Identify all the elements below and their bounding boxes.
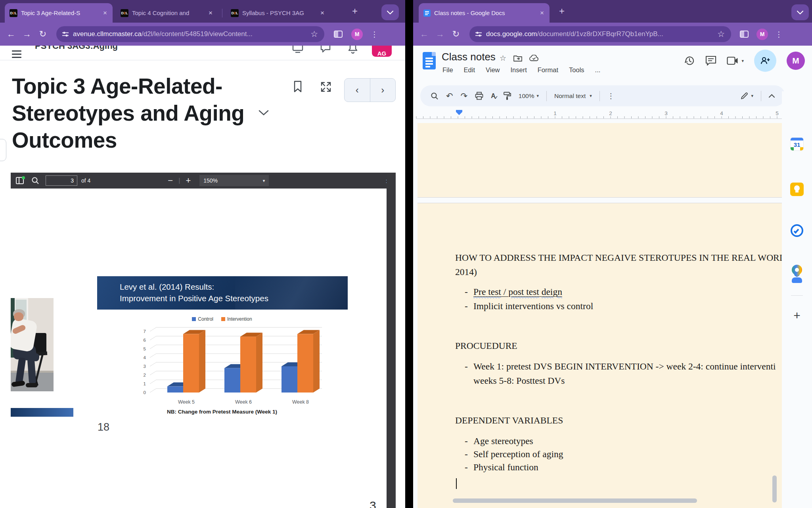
- svg-text:6: 6: [144, 338, 146, 343]
- chevron-down-icon: [797, 11, 803, 14]
- keep-icon[interactable]: [790, 183, 804, 196]
- doc-heading-1[interactable]: HOW TO ADDRESS THE IMPACT NEGAIVE STEROT…: [455, 252, 782, 263]
- browser-menu-icon[interactable]: ⋮: [371, 30, 378, 39]
- google-docs-app: Class notes ☆ File Edit View Insert Form…: [413, 46, 812, 508]
- legend-swatch-intervention: [221, 317, 225, 321]
- side-panel-icon[interactable]: [334, 31, 343, 38]
- pdf-page-count: of 4: [81, 177, 90, 184]
- text-cursor: [456, 478, 457, 489]
- tab-topic4[interactable]: D2L Topic 4 Cognition and ×: [116, 3, 218, 23]
- tab-strip: Class notes - Google Docs × +: [413, 0, 812, 23]
- legend-label: Control: [198, 316, 213, 322]
- doc-heading-1-cont[interactable]: 2014): [455, 267, 477, 277]
- pdf-search-icon[interactable]: [31, 177, 39, 185]
- doc-heading-2[interactable]: PROCUEDURE: [455, 341, 517, 351]
- user-initials-badge[interactable]: AG: [372, 46, 392, 57]
- zoom-out-button[interactable]: −: [168, 175, 173, 186]
- doc-bullet[interactable]: -Physical function: [473, 462, 538, 473]
- address-bar[interactable]: docs.google.com/document/d/1vz8rDXFBqrR7…: [469, 26, 731, 42]
- side-drawer-handle[interactable]: [0, 139, 6, 161]
- tab-close-icon[interactable]: ×: [102, 9, 109, 17]
- svg-text:4: 4: [144, 355, 146, 360]
- tab-close-icon[interactable]: ×: [538, 9, 546, 17]
- tasks-icon[interactable]: [791, 224, 803, 237]
- bell-icon[interactable]: [347, 46, 358, 54]
- tab-search-chevron-button[interactable]: [791, 4, 809, 20]
- doc-bullet[interactable]: -Self perception of aging: [473, 449, 563, 460]
- address-bar[interactable]: avenue.cllmcmaster.ca/d2l/le/content/548…: [56, 26, 324, 42]
- pdf-sidebar-toggle-icon[interactable]: [15, 176, 25, 185]
- new-tab-button[interactable]: +: [559, 7, 565, 15]
- legend-label: Intervention: [227, 316, 252, 322]
- pdf-scrollbar-track[interactable]: [387, 173, 396, 508]
- browser-profile-avatar[interactable]: M: [756, 29, 768, 40]
- slide-title-banner: Levy et al. (2014) Results: Improvement …: [97, 276, 348, 310]
- doc-bullet[interactable]: -Week 1: pretest DVS BEGIN INTERVENTION …: [473, 361, 776, 372]
- hamburger-menu-icon[interactable]: [12, 50, 21, 60]
- tab-syllabus[interactable]: D2L Syllabus - PSYCH 3AG ×: [226, 3, 330, 23]
- pdf-page-number-label: 3: [370, 499, 376, 508]
- tab-close-icon[interactable]: ×: [319, 9, 326, 17]
- bookmark-icon[interactable]: [293, 81, 302, 92]
- svg-text:3: 3: [144, 364, 146, 369]
- slide-photo-senior-exercise: [11, 298, 54, 391]
- maps-icon[interactable]: [792, 265, 802, 275]
- bullet-dash: -: [465, 287, 468, 297]
- back-button[interactable]: ←: [416, 29, 432, 39]
- horizontal-scrollbar-thumb[interactable]: [453, 498, 697, 503]
- doc-bullet-cont[interactable]: weeks 5-8: Posttest DVs: [473, 375, 565, 386]
- legend-swatch-control: [192, 317, 196, 321]
- bookmark-star-icon[interactable]: ☆: [310, 29, 318, 39]
- previous-button[interactable]: ‹: [345, 79, 370, 102]
- svg-text:Week 5: Week 5: [178, 399, 195, 405]
- slide-number: 18: [98, 421, 109, 433]
- tab-class-notes[interactable]: Class notes - Google Docs ×: [419, 3, 550, 23]
- reload-button[interactable]: ↻: [448, 29, 464, 39]
- docs-favicon: [423, 10, 431, 17]
- bookmark-star-icon[interactable]: ☆: [717, 29, 725, 39]
- slide-title-line2: Improvement in Positive Age Stereotypes: [120, 292, 268, 304]
- document-text-layer: HOW TO ADDRESS THE IMPACT NEGAIVE STEROT…: [413, 46, 782, 508]
- new-tab-button[interactable]: +: [352, 7, 358, 15]
- reload-button[interactable]: ↻: [35, 29, 51, 39]
- pdf-page-number-input[interactable]: [46, 175, 77, 186]
- svg-text:5: 5: [144, 346, 146, 351]
- svg-text:7: 7: [144, 329, 146, 334]
- tab-close-icon[interactable]: ×: [207, 9, 214, 17]
- vertical-scrollbar-thumb[interactable]: [772, 475, 777, 502]
- next-button[interactable]: ›: [370, 79, 396, 102]
- add-addon-button[interactable]: +: [793, 309, 801, 322]
- browser-menu-icon[interactable]: ⋮: [775, 30, 783, 39]
- forward-button[interactable]: →: [19, 29, 35, 39]
- d2l-favicon: D2L: [231, 9, 239, 17]
- pdf-zoom-value: 150%: [203, 177, 218, 184]
- browser-profile-avatar[interactable]: M: [351, 29, 363, 40]
- forward-button[interactable]: →: [432, 29, 448, 39]
- pager-buttons: ‹ ›: [344, 78, 396, 102]
- media-icon[interactable]: [292, 46, 304, 54]
- side-panel-icon[interactable]: [740, 31, 749, 38]
- misspelled-word: deign: [542, 287, 562, 297]
- zoom-in-button[interactable]: +: [186, 175, 191, 186]
- doc-bullet[interactable]: -Pre test / post test deign: [473, 287, 562, 297]
- bar-chart-3d: 01234567Week 5Week 6Week 8: [119, 323, 325, 408]
- bullet-dash: -: [465, 301, 468, 312]
- doc-bullet[interactable]: -Age stereotypes: [473, 436, 533, 446]
- doc-heading-3[interactable]: DEPENDENT VARIABLES: [455, 415, 563, 426]
- fullscreen-icon[interactable]: [320, 81, 331, 92]
- title-dropdown-chevron-icon[interactable]: [259, 110, 269, 115]
- page-title-line2: Stereotypes and Aging: [12, 100, 244, 127]
- tab-search-chevron-button[interactable]: [381, 4, 399, 20]
- account-avatar[interactable]: M: [787, 52, 805, 70]
- course-title[interactable]: PSYCH 3AG3:Aging: [35, 46, 118, 51]
- tab-topic3[interactable]: D2L Topic 3 Age-Related-S ×: [5, 3, 113, 23]
- legend-item-intervention: Intervention: [221, 316, 252, 322]
- back-button[interactable]: ←: [3, 29, 19, 39]
- legend-item-control: Control: [192, 316, 213, 322]
- calendar-icon[interactable]: 31: [790, 137, 804, 151]
- chat-icon[interactable]: [320, 46, 331, 54]
- tab-strip: D2L Topic 3 Age-Related-S × D2L Topic 4 …: [0, 0, 405, 23]
- bullet-dash: -: [465, 449, 468, 460]
- doc-bullet[interactable]: -Implicit interventions vs control: [473, 301, 593, 312]
- pdf-zoom-select[interactable]: 150% ▾: [199, 175, 269, 186]
